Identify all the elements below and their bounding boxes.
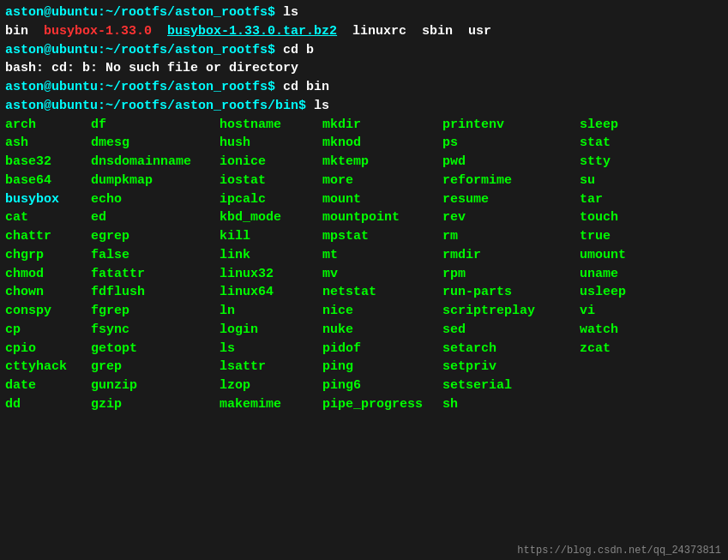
ls-setserial: setserial: [442, 376, 580, 395]
ls-ash: ash: [5, 134, 91, 153]
ls-zcat: zcat: [580, 340, 648, 358]
ls-bin: bin: [5, 24, 44, 39]
ls-empty1: [580, 358, 648, 376]
ls-date: date: [5, 376, 91, 395]
ls-cttyhack: cttyhack: [5, 358, 91, 376]
ls-more: more: [322, 172, 442, 190]
ls-dd: dd: [5, 395, 91, 414]
ls-rpm: rpm: [442, 265, 580, 284]
ls-busybox-bin: busybox: [5, 190, 91, 209]
ls-gunzip: gunzip: [91, 376, 220, 395]
cmd-2: cd b: [275, 43, 314, 57]
ls-ed: ed: [91, 208, 220, 227]
ls-ionice: ionice: [220, 153, 322, 172]
ls-mkdir: mkdir: [322, 116, 442, 135]
ls-fdflush: fdflush: [91, 283, 220, 302]
ls-egrep: egrep: [91, 227, 220, 246]
ls-hush: hush: [220, 134, 322, 153]
terminal: aston@ubuntu:~/rootfs/aston_rootfs$ ls b…: [0, 0, 728, 560]
ls-cpio: cpio: [5, 340, 91, 358]
ls-base64: base64: [5, 172, 91, 190]
ls-dnsdomainname: dnsdomainname: [91, 153, 220, 172]
ls-scriptreplay: scriptreplay: [442, 302, 580, 321]
ls-usleep: usleep: [580, 283, 648, 302]
ls-chmod: chmod: [5, 265, 91, 284]
ls-pidof: pidof: [322, 340, 442, 358]
prompt-3: aston@ubuntu:~/rootfs/aston_rootfs$: [5, 80, 275, 94]
ls-ipcalc: ipcalc: [220, 190, 322, 209]
ls-mountpoint: mountpoint: [322, 208, 442, 227]
ls-pwd: pwd: [442, 153, 580, 172]
ls-reformime: reformime: [442, 172, 580, 190]
ls-true: true: [580, 227, 648, 246]
prompt-2: aston@ubuntu:~/rootfs/aston_rootfs$: [5, 43, 275, 57]
line-2: aston@ubuntu:~/rootfs/aston_rootfs$ cd b: [5, 41, 723, 60]
ls-busybox-tar: busybox-1.33.0.tar.bz2: [167, 24, 337, 39]
ls-sleep: sleep: [580, 116, 648, 135]
ls-base32: base32: [5, 153, 91, 172]
line-1: aston@ubuntu:~/rootfs/aston_rootfs$ ls: [5, 3, 723, 22]
ls-hostname: hostname: [220, 116, 322, 135]
ls-resume: resume: [442, 190, 580, 209]
ls-netstat: netstat: [322, 283, 442, 302]
ls-conspy: conspy: [5, 302, 91, 321]
ls-kill: kill: [220, 227, 322, 246]
ls-empty3: [580, 395, 648, 414]
ls-dmesg: dmesg: [91, 134, 220, 153]
cmd-1: ls: [275, 5, 298, 20]
ls-run-parts: run-parts: [442, 283, 580, 302]
ls-mount: mount: [322, 190, 442, 209]
ls-linux32: linux32: [220, 265, 322, 284]
ls-sed: sed: [442, 321, 580, 340]
cmd-4: ls: [306, 99, 329, 113]
ls-empty2: [580, 376, 648, 395]
ls-mknod: mknod: [322, 134, 442, 153]
ls-link: link: [220, 246, 322, 265]
ls-touch: touch: [580, 208, 648, 227]
ls-df: df: [91, 116, 220, 135]
ls-tar: tar: [580, 190, 648, 209]
ls-iostat: iostat: [220, 172, 322, 190]
ls-ln: ln: [220, 302, 322, 321]
ls-sh: sh: [442, 395, 580, 414]
ls-nice: nice: [322, 302, 442, 321]
ls-printenv: printenv: [442, 116, 580, 135]
ls-cp: cp: [5, 321, 91, 340]
ls-umount: umount: [580, 246, 648, 265]
ls-chattr: chattr: [5, 227, 91, 246]
ls-watch: watch: [580, 321, 648, 340]
cmd-3: cd bin: [275, 80, 329, 94]
ls-setarch: setarch: [442, 340, 580, 358]
ls-grep: grep: [91, 358, 220, 376]
ls-linux64: linux64: [220, 283, 322, 302]
line-3: aston@ubuntu:~/rootfs/aston_rootfs$ cd b…: [5, 78, 723, 97]
ls-mpstat: mpstat: [322, 227, 442, 246]
prompt-1: aston@ubuntu:~/rootfs/aston_rootfs$: [5, 5, 275, 20]
ls-dumpkmap: dumpkmap: [91, 172, 220, 190]
line-ls-top: bin busybox-1.33.0 busybox-1.33.0.tar.bz…: [5, 22, 723, 41]
ls-mv: mv: [322, 265, 442, 284]
ls-chgrp: chgrp: [5, 246, 91, 265]
ls-pipe-progress: pipe_progress: [322, 395, 442, 414]
ls-ps: ps: [442, 134, 580, 153]
ls-fgrep: fgrep: [91, 302, 220, 321]
ls-setpriv: setpriv: [442, 358, 580, 376]
ls-linuxrc: linuxrc sbin usr: [337, 24, 491, 39]
ls-vi: vi: [580, 302, 648, 321]
ls-stty: stty: [580, 153, 648, 172]
ls-su: su: [580, 172, 648, 190]
ls-mktemp: mktemp: [322, 153, 442, 172]
ls-ls: ls: [220, 340, 322, 358]
ls-rm: rm: [442, 227, 580, 246]
ls-nuke: nuke: [322, 321, 442, 340]
ls-ping6: ping6: [322, 376, 442, 395]
ls-busybox: busybox-1.33.0: [44, 24, 167, 39]
ls-ping: ping: [322, 358, 442, 376]
ls-lsattr: lsattr: [220, 358, 322, 376]
ls-fatattr: fatattr: [91, 265, 220, 284]
ls-makemime: makemime: [220, 395, 322, 414]
ls-stat: stat: [580, 134, 648, 153]
ls-gzip: gzip: [91, 395, 220, 414]
ls-fsync: fsync: [91, 321, 220, 340]
watermark: https://blog.csdn.net/qq_24373811: [517, 545, 721, 557]
